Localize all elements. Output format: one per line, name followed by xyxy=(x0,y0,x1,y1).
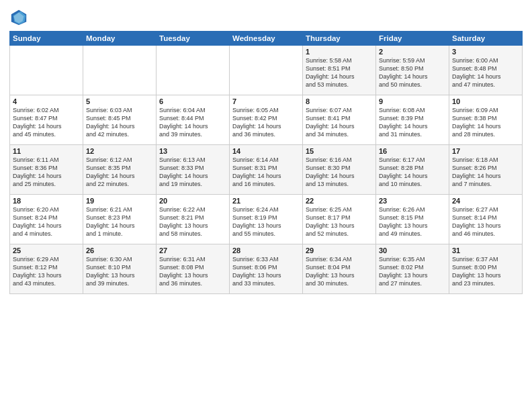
day-number: 10 xyxy=(452,97,519,105)
day-info: Sunrise: 6:37 AMSunset: 8:00 PMDaylight:… xyxy=(452,255,519,288)
weekday-header: Tuesday xyxy=(157,32,230,46)
calendar-week-row: 1Sunrise: 5:58 AMSunset: 8:51 PMDaylight… xyxy=(10,46,523,95)
calendar-day-cell: 13Sunrise: 6:13 AMSunset: 8:33 PMDayligh… xyxy=(157,145,230,195)
calendar-week-row: 18Sunrise: 6:20 AMSunset: 8:24 PMDayligh… xyxy=(10,195,523,244)
calendar-day-cell: 6Sunrise: 6:04 AMSunset: 8:44 PMDaylight… xyxy=(157,95,230,145)
calendar-day-cell: 2Sunrise: 5:59 AMSunset: 8:50 PMDaylight… xyxy=(376,46,449,95)
day-number: 3 xyxy=(452,48,519,56)
day-info: Sunrise: 5:58 AMSunset: 8:51 PMDaylight:… xyxy=(306,56,373,89)
calendar-day-cell: 20Sunrise: 6:22 AMSunset: 8:21 PMDayligh… xyxy=(157,195,230,244)
day-info: Sunrise: 6:20 AMSunset: 8:24 PMDaylight:… xyxy=(13,205,80,238)
day-info: Sunrise: 6:21 AMSunset: 8:23 PMDaylight:… xyxy=(86,205,153,238)
day-number: 19 xyxy=(86,197,153,205)
day-number: 25 xyxy=(13,246,80,255)
day-number: 16 xyxy=(379,147,446,155)
day-number: 17 xyxy=(452,147,519,155)
calendar-day-cell: 7Sunrise: 6:05 AMSunset: 8:42 PMDaylight… xyxy=(230,95,303,145)
day-number: 11 xyxy=(13,147,80,155)
day-info: Sunrise: 6:16 AMSunset: 8:30 PMDaylight:… xyxy=(306,156,373,189)
calendar-day-cell: 5Sunrise: 6:03 AMSunset: 8:45 PMDaylight… xyxy=(83,95,157,145)
calendar-day-cell: 10Sunrise: 6:09 AMSunset: 8:38 PMDayligh… xyxy=(449,95,523,145)
day-info: Sunrise: 6:05 AMSunset: 8:42 PMDaylight:… xyxy=(232,106,300,139)
calendar-day-cell: 21Sunrise: 6:24 AMSunset: 8:19 PMDayligh… xyxy=(230,195,303,244)
day-info: Sunrise: 6:12 AMSunset: 8:35 PMDaylight:… xyxy=(86,156,153,189)
calendar-day-cell: 29Sunrise: 6:34 AMSunset: 8:04 PMDayligh… xyxy=(303,244,376,294)
logo xyxy=(9,8,31,27)
page: SundayMondayTuesdayWednesdayThursdayFrid… xyxy=(0,0,532,411)
calendar-table: SundayMondayTuesdayWednesdayThursdayFrid… xyxy=(9,31,523,294)
day-number: 7 xyxy=(232,97,300,105)
weekday-header: Friday xyxy=(376,32,449,46)
calendar-day-cell: 9Sunrise: 6:08 AMSunset: 8:39 PMDaylight… xyxy=(376,95,449,145)
day-info: Sunrise: 6:31 AMSunset: 8:08 PMDaylight:… xyxy=(159,255,226,288)
calendar-day-cell: 17Sunrise: 6:18 AMSunset: 8:26 PMDayligh… xyxy=(449,145,523,195)
calendar-day-cell: 11Sunrise: 6:11 AMSunset: 8:36 PMDayligh… xyxy=(10,145,83,195)
calendar-day-cell: 22Sunrise: 6:25 AMSunset: 8:17 PMDayligh… xyxy=(303,195,376,244)
weekday-header: Sunday xyxy=(10,32,83,46)
calendar-day-cell: 12Sunrise: 6:12 AMSunset: 8:35 PMDayligh… xyxy=(83,145,157,195)
day-number: 12 xyxy=(86,147,153,155)
calendar-day-cell: 25Sunrise: 6:29 AMSunset: 8:12 PMDayligh… xyxy=(10,244,83,294)
day-info: Sunrise: 5:59 AMSunset: 8:50 PMDaylight:… xyxy=(379,56,446,89)
day-info: Sunrise: 6:33 AMSunset: 8:06 PMDaylight:… xyxy=(232,255,300,288)
day-number: 20 xyxy=(159,197,226,205)
day-number: 15 xyxy=(306,147,373,155)
header xyxy=(9,8,523,27)
day-number: 26 xyxy=(86,246,153,255)
day-number: 24 xyxy=(452,197,519,205)
day-info: Sunrise: 6:18 AMSunset: 8:26 PMDaylight:… xyxy=(452,156,519,189)
day-info: Sunrise: 6:24 AMSunset: 8:19 PMDaylight:… xyxy=(232,205,300,238)
day-info: Sunrise: 6:09 AMSunset: 8:38 PMDaylight:… xyxy=(452,106,519,139)
weekday-header: Thursday xyxy=(303,32,376,46)
calendar-day-cell: 16Sunrise: 6:17 AMSunset: 8:28 PMDayligh… xyxy=(376,145,449,195)
day-number: 18 xyxy=(13,197,80,205)
calendar-week-row: 11Sunrise: 6:11 AMSunset: 8:36 PMDayligh… xyxy=(10,145,523,195)
day-info: Sunrise: 6:29 AMSunset: 8:12 PMDaylight:… xyxy=(13,255,80,288)
day-info: Sunrise: 6:25 AMSunset: 8:17 PMDaylight:… xyxy=(306,205,373,238)
day-number: 30 xyxy=(379,246,446,255)
weekday-header: Monday xyxy=(83,32,157,46)
day-info: Sunrise: 6:17 AMSunset: 8:28 PMDaylight:… xyxy=(379,156,446,189)
day-info: Sunrise: 6:30 AMSunset: 8:10 PMDaylight:… xyxy=(86,255,153,288)
day-info: Sunrise: 6:27 AMSunset: 8:14 PMDaylight:… xyxy=(452,205,519,238)
calendar-day-cell: 8Sunrise: 6:07 AMSunset: 8:41 PMDaylight… xyxy=(303,95,376,145)
calendar-day-cell: 24Sunrise: 6:27 AMSunset: 8:14 PMDayligh… xyxy=(449,195,523,244)
calendar-day-cell xyxy=(230,46,303,95)
day-info: Sunrise: 6:08 AMSunset: 8:39 PMDaylight:… xyxy=(379,106,446,139)
calendar-header: SundayMondayTuesdayWednesdayThursdayFrid… xyxy=(10,32,523,46)
day-number: 4 xyxy=(13,97,80,105)
day-info: Sunrise: 6:22 AMSunset: 8:21 PMDaylight:… xyxy=(159,205,226,238)
day-number: 21 xyxy=(232,197,300,205)
calendar-day-cell: 27Sunrise: 6:31 AMSunset: 8:08 PMDayligh… xyxy=(157,244,230,294)
day-number: 22 xyxy=(306,197,373,205)
calendar-day-cell xyxy=(83,46,157,95)
day-info: Sunrise: 6:14 AMSunset: 8:31 PMDaylight:… xyxy=(232,156,300,189)
day-number: 9 xyxy=(379,97,446,105)
calendar-day-cell: 28Sunrise: 6:33 AMSunset: 8:06 PMDayligh… xyxy=(230,244,303,294)
day-number: 27 xyxy=(159,246,226,255)
day-number: 29 xyxy=(306,246,373,255)
calendar-week-row: 4Sunrise: 6:02 AMSunset: 8:47 PMDaylight… xyxy=(10,95,523,145)
day-number: 31 xyxy=(452,246,519,255)
day-number: 6 xyxy=(159,97,226,105)
calendar-day-cell: 23Sunrise: 6:26 AMSunset: 8:15 PMDayligh… xyxy=(376,195,449,244)
weekday-header: Saturday xyxy=(449,32,523,46)
day-info: Sunrise: 6:26 AMSunset: 8:15 PMDaylight:… xyxy=(379,205,446,238)
calendar-day-cell: 1Sunrise: 5:58 AMSunset: 8:51 PMDaylight… xyxy=(303,46,376,95)
calendar-day-cell: 3Sunrise: 6:00 AMSunset: 8:48 PMDaylight… xyxy=(449,46,523,95)
calendar-day-cell: 19Sunrise: 6:21 AMSunset: 8:23 PMDayligh… xyxy=(83,195,157,244)
day-info: Sunrise: 6:07 AMSunset: 8:41 PMDaylight:… xyxy=(306,106,373,139)
day-number: 13 xyxy=(159,147,226,155)
calendar-day-cell: 14Sunrise: 6:14 AMSunset: 8:31 PMDayligh… xyxy=(230,145,303,195)
calendar-day-cell: 4Sunrise: 6:02 AMSunset: 8:47 PMDaylight… xyxy=(10,95,83,145)
day-number: 5 xyxy=(86,97,153,105)
day-info: Sunrise: 6:04 AMSunset: 8:44 PMDaylight:… xyxy=(159,106,226,139)
day-info: Sunrise: 6:34 AMSunset: 8:04 PMDaylight:… xyxy=(306,255,373,288)
calendar-day-cell xyxy=(10,46,83,95)
day-info: Sunrise: 6:02 AMSunset: 8:47 PMDaylight:… xyxy=(13,106,80,139)
day-info: Sunrise: 6:11 AMSunset: 8:36 PMDaylight:… xyxy=(13,156,80,189)
calendar-day-cell: 15Sunrise: 6:16 AMSunset: 8:30 PMDayligh… xyxy=(303,145,376,195)
day-info: Sunrise: 6:00 AMSunset: 8:48 PMDaylight:… xyxy=(452,56,519,89)
calendar-day-cell: 26Sunrise: 6:30 AMSunset: 8:10 PMDayligh… xyxy=(83,244,157,294)
day-info: Sunrise: 6:35 AMSunset: 8:02 PMDaylight:… xyxy=(379,255,446,288)
